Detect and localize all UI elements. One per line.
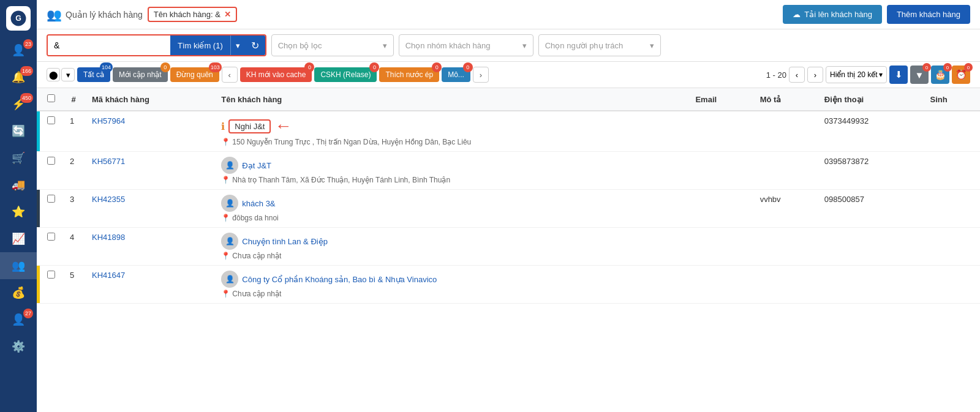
address-text-4: Chưa cập nhật xyxy=(232,252,281,260)
name-col-header: Tên khách hàng xyxy=(214,88,688,111)
row-checkbox-3 xyxy=(40,190,62,228)
select-all-checkbox[interactable] xyxy=(47,94,55,102)
tabs-bar: ⬤ ▾ Tất cả 104 Mới cập nhật 0 Đừng quên … xyxy=(37,62,980,88)
customer-name-link-3[interactable]: khách 3& xyxy=(242,199,275,208)
row-checkbox-1 xyxy=(40,111,62,152)
add-customer-button[interactable]: Thêm khách hàng xyxy=(887,5,970,24)
tab-cskh-label: CSKH (Relase) xyxy=(320,70,371,79)
tab-radio-wrap: ⬤ ▾ xyxy=(47,68,75,81)
download-button[interactable]: ⬇ xyxy=(889,66,908,84)
upload-customers-button[interactable]: ☁ Tải lên khách hàng xyxy=(783,5,882,24)
customer-code-link-2[interactable]: KH56771 xyxy=(92,157,125,166)
row-email-2 xyxy=(688,152,752,190)
sidebar-item-chart[interactable]: 📈 xyxy=(0,225,37,252)
search-bar: Tìm kiếm (1) ▾ ↻ Chọn bộ lọc ▾ Chọn nhóm… xyxy=(37,29,980,62)
row-email-3 xyxy=(688,190,752,228)
row-phone-4 xyxy=(817,228,923,266)
filter-tag-close[interactable]: ✕ xyxy=(224,10,231,19)
tab-dont-forget[interactable]: Đừng quên 103 xyxy=(170,67,219,82)
pin-icon-3: 📍 xyxy=(221,214,230,222)
row-num-1: 1 xyxy=(62,111,85,152)
filter-select[interactable]: Chọn bộ lọc ▾ xyxy=(271,34,394,56)
info-icon-1: ℹ xyxy=(221,121,225,132)
tab-next-button[interactable]: › xyxy=(473,67,489,83)
alert-button[interactable]: ⏰ 0 xyxy=(952,66,970,84)
customer-code-link-5[interactable]: KH41647 xyxy=(92,271,125,280)
page-size-select[interactable]: Hiển thị 20 kết ▾ xyxy=(826,66,887,83)
settings-icon: ⚙️ xyxy=(12,340,25,353)
pin-icon-5: 📍 xyxy=(221,290,230,298)
sidebar-item-sync[interactable]: 🔄 xyxy=(0,118,37,144)
customer-name-link-2[interactable]: Đạt J&T xyxy=(242,161,271,170)
address-4: 📍 Chưa cập nhật xyxy=(221,252,680,260)
tab-new-updated[interactable]: Mới cập nhật 0 xyxy=(113,67,168,82)
row-code-2: KH56771 xyxy=(85,152,214,190)
sidebar-item-customers[interactable]: 👥 xyxy=(0,252,37,279)
tab-all[interactable]: Tất cả 104 xyxy=(77,67,110,82)
row-phone-3: 098500857 xyxy=(817,190,923,228)
tab-new-cache-badge: 0 xyxy=(304,62,314,72)
sidebar-item-notification[interactable]: 🔔 166 xyxy=(0,64,37,91)
birthday-button[interactable]: 🎂 0 xyxy=(931,66,949,84)
tab-juice[interactable]: Thích nước ép 0 xyxy=(379,67,439,82)
tab-more-badge: 0 xyxy=(463,62,473,72)
delivery-icon: 🚚 xyxy=(12,178,25,192)
row-num-3: 3 xyxy=(62,190,85,228)
sidebar-item-star[interactable]: ⭐ xyxy=(0,198,37,225)
tab-more-label: Mô... xyxy=(448,70,464,79)
customer-name-link-5[interactable]: Công ty Cổ phần Khoáng sản, Bao bì & Nhự… xyxy=(242,275,437,284)
header-actions: ☁ Tải lên khách hàng Thêm khách hàng xyxy=(783,5,970,24)
tab-cskh-badge: 0 xyxy=(369,62,379,72)
row-phone-2: 0395873872 xyxy=(817,152,923,190)
email-col-header: Email xyxy=(688,88,752,111)
tab-new-cache[interactable]: KH mới vào cache 0 xyxy=(240,67,312,82)
header-title: 👥 Quản lý khách hàng xyxy=(47,7,143,22)
sidebar-item-money[interactable]: 💰 xyxy=(0,279,37,306)
customer-name-link-4[interactable]: Chuyện tình Lan & Điệp xyxy=(242,237,328,246)
sidebar-item-cart[interactable]: 🛒 xyxy=(0,144,37,171)
refresh-button[interactable]: ↻ xyxy=(245,36,265,55)
row-name-5: 👤 Công ty Cổ phần Khoáng sản, Bao bì & N… xyxy=(214,266,688,304)
search-input[interactable] xyxy=(48,36,170,55)
tab-new-updated-label: Mới cập nhật xyxy=(119,70,162,79)
tab-more[interactable]: Mô... 0 xyxy=(442,67,470,82)
group-select[interactable]: Chọn nhóm khách hàng ▾ xyxy=(399,34,533,56)
row-code-4: KH41898 xyxy=(85,228,214,266)
search-button[interactable]: Tìm kiếm (1) xyxy=(170,36,230,55)
row-checkbox-4 xyxy=(40,228,62,266)
sidebar-item-delivery[interactable]: 🚚 xyxy=(0,171,37,198)
row-desc-5 xyxy=(753,266,817,304)
avatar-5: 👤 xyxy=(221,271,238,288)
avatar-3: 👤 xyxy=(221,195,238,212)
tab-cskh[interactable]: CSKH (Relase) 0 xyxy=(314,67,377,82)
filter-action-button[interactable]: ▼ 0 xyxy=(910,66,929,84)
next-page-button[interactable]: › xyxy=(807,67,823,83)
alert-badge: 0 xyxy=(964,63,973,72)
row-desc-4 xyxy=(753,228,817,266)
logo[interactable]: G xyxy=(6,6,31,31)
sidebar-item-settings[interactable]: ⚙️ xyxy=(0,333,37,360)
sidebar: G 👤 23 🔔 166 ⚡ 450 🔄 🛒 🚚 ⭐ 📈 👥 💰 👤 27 ⚙️ xyxy=(0,0,37,412)
row-email-5 xyxy=(688,266,752,304)
tab-radio-caret[interactable]: ▾ xyxy=(61,68,75,81)
prev-page-button[interactable]: ‹ xyxy=(789,67,805,83)
header: 👥 Quản lý khách hàng Tên khách hàng: & ✕… xyxy=(37,0,980,29)
num-col-header: # xyxy=(62,88,85,111)
customer-table-wrap: # Mã khách hàng Tên khách hàng Email Mô … xyxy=(37,88,980,412)
search-dropdown-button[interactable]: ▾ xyxy=(230,36,245,55)
customer-code-link-4[interactable]: KH41898 xyxy=(92,233,125,242)
tab-radio-circle[interactable]: ⬤ xyxy=(47,68,60,81)
table-row: 2 KH56771 👤 Đạt J&T 📍 Nhà trọ Thanh Tâm,… xyxy=(37,152,980,190)
address-text-2: Nhà trọ Thanh Tâm, Xã Đức Thuận, Huyện T… xyxy=(232,176,450,184)
filter-tag-label: Tên khách hàng: & xyxy=(154,10,221,19)
row-email-4 xyxy=(688,228,752,266)
sidebar-item-user[interactable]: 👤 23 xyxy=(0,37,37,64)
sidebar-item-profile[interactable]: 👤 27 xyxy=(0,306,37,333)
person-select[interactable]: Chọn người phụ trách ▾ xyxy=(538,34,661,56)
customer-code-link-1[interactable]: KH57964 xyxy=(92,116,125,125)
sidebar-item-flash[interactable]: ⚡ 450 xyxy=(0,91,37,118)
tab-prev-button[interactable]: ‹ xyxy=(222,67,238,83)
customer-name-link-1[interactable]: Nghi J&t xyxy=(228,119,271,133)
upload-icon: ☁ xyxy=(793,10,801,19)
customer-code-link-3[interactable]: KH42355 xyxy=(92,195,125,204)
